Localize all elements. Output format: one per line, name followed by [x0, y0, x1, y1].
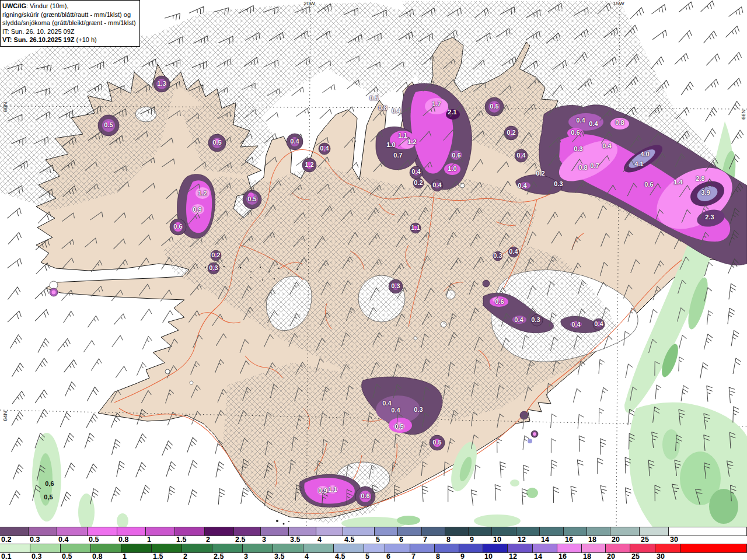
legend-tick-label: 10 [493, 536, 501, 543]
legend-cell [0, 527, 29, 536]
legend-cell [30, 544, 61, 552]
legend-tick-label: 0.4 [58, 536, 68, 543]
legend-tick-label: 7 [423, 536, 427, 543]
valid-time-bold: VT: Sun. 26.10.2025 19Z [2, 36, 75, 43]
legend-tick-label: 18 [588, 536, 596, 543]
legend-cell [91, 544, 121, 552]
legend-sleet-snow-labels: 0.20.30.40.50.811.522.533.544.5567891012… [0, 536, 747, 544]
legend-tick-label: 16 [558, 553, 567, 560]
legend-cell [582, 544, 606, 552]
legend-tick-label: 0.8 [118, 536, 128, 543]
legend-cell [669, 527, 747, 536]
legend-cell [289, 527, 316, 536]
legend-cell [410, 544, 435, 552]
legend-tick-label: 1 [123, 553, 127, 560]
legend-tick-label: 14 [541, 536, 549, 543]
legend-tick-label: 25 [631, 553, 640, 560]
legend-cell [364, 544, 385, 552]
info-box: UWC/IG: Vindur (10m), rigning/skúrir (gr… [0, 0, 140, 47]
legend-tick-label: 18 [583, 553, 591, 560]
legend-cell [606, 544, 630, 552]
legend-rain-bar [0, 544, 747, 553]
legend-cell [88, 527, 117, 536]
legend-cell [152, 544, 182, 552]
init-time: IT: Sun. 26. 10. 2025 09Z [2, 27, 136, 36]
legend-tick-label: 0.5 [89, 536, 99, 543]
legend-cell [630, 544, 655, 552]
legend-tick-label: 20 [607, 553, 615, 560]
legend-cell [540, 527, 564, 536]
legend-tick-label: 4 [305, 553, 309, 560]
legend-tick-label: 3 [262, 536, 266, 543]
legend-cell [445, 527, 469, 536]
legend-cell [205, 527, 234, 536]
legend-cell [29, 527, 57, 536]
legend-cell [175, 527, 205, 536]
legend-cell [273, 544, 303, 552]
legend-cell [610, 527, 640, 536]
legend-tick-label: 1.5 [153, 553, 163, 560]
legend-cell [334, 544, 364, 552]
legend-tick-label: 2 [206, 536, 210, 543]
legend-sleet-snow-bar [0, 527, 747, 536]
legend-cell [459, 544, 483, 552]
legend-cell [655, 544, 680, 552]
legend-tick-label: 12 [518, 536, 526, 543]
legend-tick-label: 2.5 [235, 536, 245, 543]
legend-tick-label: 3 [244, 553, 248, 560]
legend-tick-label: 3.5 [290, 536, 300, 543]
valid-time-rest: (+10 h) [75, 36, 97, 43]
legend-cell [680, 544, 747, 552]
legend-tick-label: 6 [386, 553, 390, 560]
legend-cell [557, 544, 582, 552]
product-name: UWC/IG [2, 2, 26, 9]
legend-cell [117, 527, 146, 536]
legend-cell [234, 527, 261, 536]
legend-cell [303, 544, 334, 552]
legend-tick-label: 4.5 [335, 553, 345, 560]
legend-tick-label: 0.3 [32, 553, 41, 560]
legend-cell [564, 527, 587, 536]
legend-cell [422, 527, 445, 536]
legend-tick-label: 25 [641, 536, 649, 543]
legend-tick-label: 4 [317, 536, 322, 543]
legend-tick-label: 0.3 [30, 536, 40, 543]
legend-cell [57, 527, 88, 536]
legend-tick-label: 9 [470, 536, 474, 543]
legend-cell [343, 527, 375, 536]
legend-rain-labels: 0.10.30.50.811.522.533.544.5567891012141… [0, 553, 747, 560]
legend-tick-label: 0.5 [62, 553, 72, 560]
legend-cell [121, 544, 152, 552]
legend-tick-label: 16 [565, 536, 573, 543]
legend-cell [483, 544, 508, 552]
legend-tick-label: 0.8 [92, 553, 102, 560]
info-line-1: UWC/IG: Vindur (10m), [2, 2, 136, 10]
legend: 0.20.30.40.50.811.522.533.544.5567891012… [0, 527, 747, 560]
legend-cell [587, 527, 610, 536]
legend-tick-label: 20 [612, 536, 620, 543]
legend-tick-label: 8 [446, 536, 451, 543]
legend-cell [533, 544, 557, 552]
legend-cell [385, 544, 410, 552]
legend-cell [182, 544, 212, 552]
iceland-weather-map [0, 0, 747, 527]
legend-cell [212, 544, 243, 552]
legend-tick-label: 2 [183, 553, 187, 560]
legend-tick-label: 0.1 [1, 553, 11, 560]
legend-tick-label: 0.2 [1, 536, 11, 543]
legend-tick-label: 2.5 [214, 553, 224, 560]
legend-cell [492, 527, 516, 536]
legend-tick-label: 14 [534, 553, 542, 560]
legend-cell [61, 544, 91, 552]
legend-cell [435, 544, 459, 552]
legend-cell [316, 527, 343, 536]
weather-map-page: 1.30.50.50.40.41.20.51.20.90.60.20.30.50… [0, 0, 747, 560]
legend-tick-label: 5 [376, 536, 380, 543]
legend-tick-label: 12 [509, 553, 517, 560]
info-line-3: slydda/snjókoma (grátt/bleikt/grænt - mm… [2, 19, 136, 27]
legend-cell [516, 527, 540, 536]
legend-cell [640, 527, 669, 536]
legend-cell [375, 527, 398, 536]
legend-cell [0, 544, 30, 552]
valid-time: VT: Sun. 26.10.2025 19Z (+10 h) [2, 36, 136, 44]
